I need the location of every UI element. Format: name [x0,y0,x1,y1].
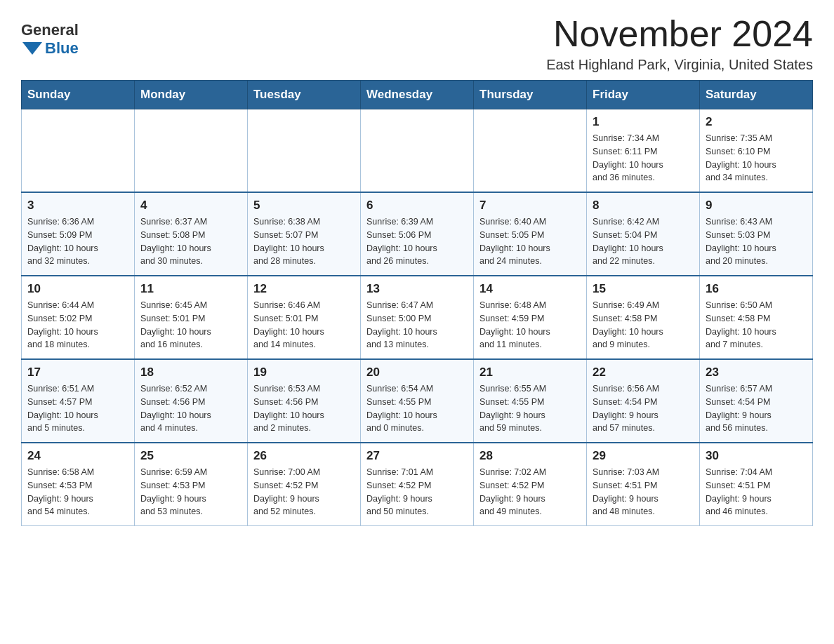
day-info: Sunrise: 6:59 AMSunset: 4:53 PMDaylight:… [140,466,241,518]
header-tuesday: Tuesday [248,81,361,109]
day-info: Sunrise: 6:37 AMSunset: 5:08 PMDaylight:… [140,215,241,268]
day-info: Sunrise: 7:34 AMSunset: 6:11 PMDaylight:… [593,132,694,185]
calendar-week-row: 17Sunrise: 6:51 AMSunset: 4:57 PMDayligh… [22,359,813,443]
day-number: 20 [366,365,468,380]
day-number: 8 [593,199,694,213]
table-row: 24Sunrise: 6:58 AMSunset: 4:53 PMDayligh… [22,443,135,526]
page-header: General Blue November 2024 East Highland… [21,14,813,73]
day-info: Sunrise: 7:01 AMSunset: 4:52 PMDaylight:… [366,466,468,518]
day-number: 16 [706,282,807,296]
calendar-week-row: 1Sunrise: 7:34 AMSunset: 6:11 PMDaylight… [22,109,813,193]
day-number: 9 [706,199,807,213]
table-row: 11Sunrise: 6:45 AMSunset: 5:01 PMDayligh… [135,276,248,359]
logo-triangle-icon [22,42,42,55]
logo-blue-text: Blue [45,39,79,58]
title-block: November 2024 East Highland Park, Virgin… [546,14,813,73]
table-row: 20Sunrise: 6:54 AMSunset: 4:55 PMDayligh… [361,359,474,443]
table-row: 27Sunrise: 7:01 AMSunset: 4:52 PMDayligh… [361,443,474,526]
day-info: Sunrise: 7:03 AMSunset: 4:51 PMDaylight:… [593,466,694,518]
day-info: Sunrise: 6:38 AMSunset: 5:07 PMDaylight:… [253,215,355,268]
day-number: 28 [479,449,581,463]
day-number: 2 [706,115,807,129]
table-row: 3Sunrise: 6:36 AMSunset: 5:09 PMDaylight… [22,192,135,276]
calendar-week-row: 24Sunrise: 6:58 AMSunset: 4:53 PMDayligh… [22,443,813,526]
header-saturday: Saturday [700,81,813,109]
table-row: 21Sunrise: 6:55 AMSunset: 4:55 PMDayligh… [474,359,587,443]
day-info: Sunrise: 6:50 AMSunset: 4:58 PMDaylight:… [706,299,807,351]
day-number: 15 [593,282,694,296]
day-number: 23 [706,365,807,380]
day-info: Sunrise: 6:52 AMSunset: 4:56 PMDaylight:… [140,382,241,435]
day-info: Sunrise: 6:39 AMSunset: 5:06 PMDaylight:… [366,215,468,268]
day-number: 19 [253,365,355,380]
day-number: 17 [27,365,128,380]
month-title: November 2024 [546,14,813,54]
header-sunday: Sunday [22,81,135,109]
day-info: Sunrise: 6:49 AMSunset: 4:58 PMDaylight:… [593,299,694,351]
day-number: 14 [479,282,581,296]
table-row: 8Sunrise: 6:42 AMSunset: 5:04 PMDaylight… [587,192,700,276]
table-row: 19Sunrise: 6:53 AMSunset: 4:56 PMDayligh… [248,359,361,443]
calendar-week-row: 10Sunrise: 6:44 AMSunset: 5:02 PMDayligh… [22,276,813,359]
calendar-table: Sunday Monday Tuesday Wednesday Thursday… [21,80,813,526]
table-row: 12Sunrise: 6:46 AMSunset: 5:01 PMDayligh… [248,276,361,359]
header-wednesday: Wednesday [361,81,474,109]
day-info: Sunrise: 6:40 AMSunset: 5:05 PMDaylight:… [479,215,581,268]
day-info: Sunrise: 7:35 AMSunset: 6:10 PMDaylight:… [706,132,807,185]
table-row: 30Sunrise: 7:04 AMSunset: 4:51 PMDayligh… [700,443,813,526]
table-row: 13Sunrise: 6:47 AMSunset: 5:00 PMDayligh… [361,276,474,359]
header-thursday: Thursday [474,81,587,109]
logo: General Blue [21,21,79,58]
day-info: Sunrise: 6:57 AMSunset: 4:54 PMDaylight:… [706,382,807,435]
day-info: Sunrise: 6:36 AMSunset: 5:09 PMDaylight:… [27,215,128,268]
table-row: 5Sunrise: 6:38 AMSunset: 5:07 PMDaylight… [248,192,361,276]
day-number: 5 [253,199,355,213]
day-info: Sunrise: 6:43 AMSunset: 5:03 PMDaylight:… [706,215,807,268]
table-row: 9Sunrise: 6:43 AMSunset: 5:03 PMDaylight… [700,192,813,276]
day-number: 4 [140,199,241,213]
table-row: 23Sunrise: 6:57 AMSunset: 4:54 PMDayligh… [700,359,813,443]
day-number: 10 [27,282,128,296]
day-info: Sunrise: 6:51 AMSunset: 4:57 PMDaylight:… [27,382,128,435]
table-row: 28Sunrise: 7:02 AMSunset: 4:52 PMDayligh… [474,443,587,526]
day-number: 27 [366,449,468,463]
day-info: Sunrise: 6:45 AMSunset: 5:01 PMDaylight:… [140,299,241,351]
header-monday: Monday [135,81,248,109]
day-number: 25 [140,449,241,463]
table-row [474,109,587,193]
table-row: 10Sunrise: 6:44 AMSunset: 5:02 PMDayligh… [22,276,135,359]
day-info: Sunrise: 7:00 AMSunset: 4:52 PMDaylight:… [253,466,355,518]
day-number: 12 [253,282,355,296]
day-info: Sunrise: 6:56 AMSunset: 4:54 PMDaylight:… [593,382,694,435]
table-row [135,109,248,193]
day-info: Sunrise: 6:55 AMSunset: 4:55 PMDaylight:… [479,382,581,435]
table-row: 14Sunrise: 6:48 AMSunset: 4:59 PMDayligh… [474,276,587,359]
day-info: Sunrise: 6:58 AMSunset: 4:53 PMDaylight:… [27,466,128,518]
table-row: 29Sunrise: 7:03 AMSunset: 4:51 PMDayligh… [587,443,700,526]
day-info: Sunrise: 6:48 AMSunset: 4:59 PMDaylight:… [479,299,581,351]
day-number: 26 [253,449,355,463]
table-row: 25Sunrise: 6:59 AMSunset: 4:53 PMDayligh… [135,443,248,526]
day-info: Sunrise: 6:54 AMSunset: 4:55 PMDaylight:… [366,382,468,435]
table-row [361,109,474,193]
table-row: 4Sunrise: 6:37 AMSunset: 5:08 PMDaylight… [135,192,248,276]
table-row: 7Sunrise: 6:40 AMSunset: 5:05 PMDaylight… [474,192,587,276]
day-number: 21 [479,365,581,380]
day-number: 3 [27,199,128,213]
table-row: 1Sunrise: 7:34 AMSunset: 6:11 PMDaylight… [587,109,700,193]
day-number: 6 [366,199,468,213]
table-row [248,109,361,193]
table-row [22,109,135,193]
table-row: 16Sunrise: 6:50 AMSunset: 4:58 PMDayligh… [700,276,813,359]
day-number: 7 [479,199,581,213]
day-number: 22 [593,365,694,380]
weekday-header-row: Sunday Monday Tuesday Wednesday Thursday… [22,81,813,109]
logo-blue-row: Blue [21,39,79,58]
location-text: East Highland Park, Virginia, United Sta… [546,57,813,73]
day-number: 30 [706,449,807,463]
day-info: Sunrise: 6:42 AMSunset: 5:04 PMDaylight:… [593,215,694,268]
day-number: 13 [366,282,468,296]
day-number: 18 [140,365,241,380]
table-row: 2Sunrise: 7:35 AMSunset: 6:10 PMDaylight… [700,109,813,193]
day-info: Sunrise: 7:02 AMSunset: 4:52 PMDaylight:… [479,466,581,518]
